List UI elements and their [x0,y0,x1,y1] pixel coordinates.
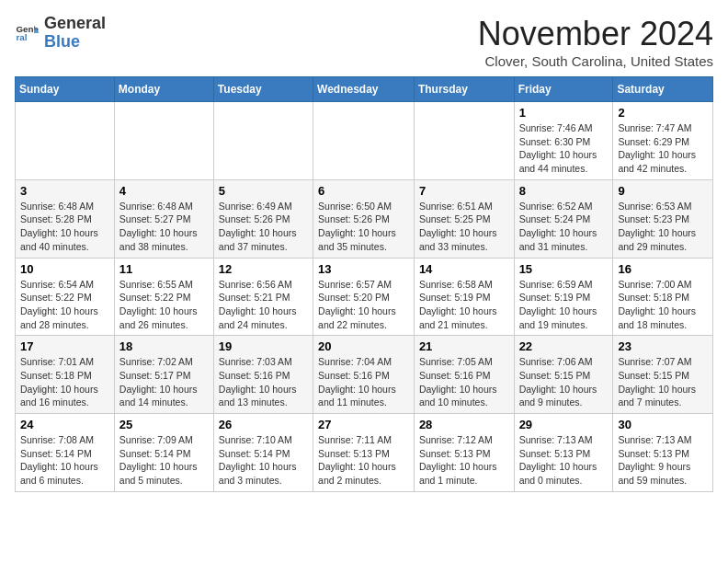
week-row-3: 17Sunrise: 7:01 AM Sunset: 5:18 PM Dayli… [16,336,713,414]
day-info: Sunrise: 6:59 AM Sunset: 5:19 PM Dayligh… [519,278,609,332]
day-cell: 27Sunrise: 7:11 AM Sunset: 5:13 PM Dayli… [313,414,415,492]
day-number: 15 [519,262,609,276]
day-cell: 30Sunrise: 7:13 AM Sunset: 5:13 PM Dayli… [613,414,713,492]
day-info: Sunrise: 6:49 AM Sunset: 5:26 PM Dayligh… [219,200,308,254]
day-number: 30 [618,418,708,431]
header-saturday: Saturday [613,77,713,102]
day-info: Sunrise: 7:08 AM Sunset: 5:14 PM Dayligh… [20,433,109,488]
week-row-1: 3Sunrise: 6:48 AM Sunset: 5:28 PM Daylig… [16,179,713,258]
day-cell: 2Sunrise: 7:47 AM Sunset: 6:29 PM Daylig… [613,102,713,180]
day-cell: 22Sunrise: 7:06 AM Sunset: 5:15 PM Dayli… [514,336,613,414]
day-number: 7 [419,184,509,198]
month-title: November 2024 [478,15,713,53]
day-number: 27 [318,418,409,431]
header-row: Sunday Monday Tuesday Wednesday Thursday… [16,77,713,102]
day-info: Sunrise: 7:01 AM Sunset: 5:18 PM Dayligh… [20,355,109,409]
day-info: Sunrise: 6:55 AM Sunset: 5:22 PM Dayligh… [119,278,209,332]
day-cell: 10Sunrise: 6:54 AM Sunset: 5:22 PM Dayli… [16,258,115,336]
day-cell: 7Sunrise: 6:51 AM Sunset: 5:25 PM Daylig… [414,179,514,258]
header-friday: Friday [514,77,613,102]
day-cell: 5Sunrise: 6:49 AM Sunset: 5:26 PM Daylig… [213,179,313,258]
day-cell: 21Sunrise: 7:05 AM Sunset: 5:16 PM Dayli… [414,336,514,414]
day-cell: 14Sunrise: 6:58 AM Sunset: 5:19 PM Dayli… [414,258,514,336]
day-number: 28 [419,418,509,431]
day-cell: 17Sunrise: 7:01 AM Sunset: 5:18 PM Dayli… [16,336,115,414]
day-info: Sunrise: 6:54 AM Sunset: 5:22 PM Dayligh… [20,278,109,332]
day-info: Sunrise: 7:13 AM Sunset: 5:13 PM Dayligh… [519,433,609,488]
day-info: Sunrise: 7:47 AM Sunset: 6:29 PM Dayligh… [618,121,708,176]
day-number: 19 [219,339,308,353]
day-cell: 8Sunrise: 6:52 AM Sunset: 5:24 PM Daylig… [514,179,613,258]
day-number: 26 [219,418,308,431]
day-number: 14 [419,262,509,276]
logo: Gene ral General Blue [15,15,106,52]
calendar-header: Sunday Monday Tuesday Wednesday Thursday… [16,77,713,102]
day-number: 29 [519,418,609,431]
day-number: 18 [119,339,209,353]
day-info: Sunrise: 7:00 AM Sunset: 5:18 PM Dayligh… [618,278,708,332]
day-cell [213,102,313,180]
day-number: 6 [318,184,409,198]
day-number: 13 [318,262,409,276]
header-thursday: Thursday [414,77,514,102]
day-cell: 28Sunrise: 7:12 AM Sunset: 5:13 PM Dayli… [414,414,514,492]
day-info: Sunrise: 7:09 AM Sunset: 5:14 PM Dayligh… [119,433,209,488]
logo-text: General Blue [44,15,106,52]
week-row-0: 1Sunrise: 7:46 AM Sunset: 6:30 PM Daylig… [16,102,713,180]
logo-icon: Gene ral [15,20,40,46]
calendar-table: Sunday Monday Tuesday Wednesday Thursday… [15,76,713,492]
day-number: 23 [618,339,708,353]
day-cell: 12Sunrise: 6:56 AM Sunset: 5:21 PM Dayli… [213,258,313,336]
day-number: 2 [618,106,708,120]
day-info: Sunrise: 6:51 AM Sunset: 5:25 PM Dayligh… [419,200,509,254]
day-cell: 24Sunrise: 7:08 AM Sunset: 5:14 PM Dayli… [16,414,115,492]
day-info: Sunrise: 6:48 AM Sunset: 5:28 PM Dayligh… [20,200,109,254]
svg-text:ral: ral [16,32,27,42]
day-info: Sunrise: 6:58 AM Sunset: 5:19 PM Dayligh… [419,278,509,332]
day-info: Sunrise: 7:04 AM Sunset: 5:16 PM Dayligh… [318,355,409,409]
day-info: Sunrise: 7:07 AM Sunset: 5:15 PM Dayligh… [618,355,708,409]
header-monday: Monday [114,77,213,102]
day-number: 21 [419,339,509,353]
day-number: 4 [119,184,209,198]
day-number: 10 [20,262,109,276]
day-cell: 18Sunrise: 7:02 AM Sunset: 5:17 PM Dayli… [114,336,213,414]
day-info: Sunrise: 6:52 AM Sunset: 5:24 PM Dayligh… [519,200,609,254]
day-info: Sunrise: 6:57 AM Sunset: 5:20 PM Dayligh… [318,278,409,332]
day-number: 12 [219,262,308,276]
day-cell: 29Sunrise: 7:13 AM Sunset: 5:13 PM Dayli… [514,414,613,492]
day-number: 5 [219,184,308,198]
header-wednesday: Wednesday [313,77,415,102]
header-sunday: Sunday [16,77,115,102]
day-number: 25 [119,418,209,431]
day-cell: 13Sunrise: 6:57 AM Sunset: 5:20 PM Dayli… [313,258,415,336]
day-info: Sunrise: 7:12 AM Sunset: 5:13 PM Dayligh… [419,433,509,488]
day-number: 11 [119,262,209,276]
day-cell [16,102,115,180]
day-cell: 20Sunrise: 7:04 AM Sunset: 5:16 PM Dayli… [313,336,415,414]
day-number: 16 [618,262,708,276]
day-info: Sunrise: 7:11 AM Sunset: 5:13 PM Dayligh… [318,433,409,488]
day-number: 17 [20,339,109,353]
day-number: 1 [519,106,609,120]
day-number: 3 [20,184,109,198]
day-info: Sunrise: 7:13 AM Sunset: 5:13 PM Dayligh… [618,433,708,488]
header-tuesday: Tuesday [213,77,313,102]
day-cell: 16Sunrise: 7:00 AM Sunset: 5:18 PM Dayli… [613,258,713,336]
day-info: Sunrise: 7:46 AM Sunset: 6:30 PM Dayligh… [519,121,609,176]
week-row-2: 10Sunrise: 6:54 AM Sunset: 5:22 PM Dayli… [16,258,713,336]
day-cell: 15Sunrise: 6:59 AM Sunset: 5:19 PM Dayli… [514,258,613,336]
day-cell [414,102,514,180]
day-cell: 1Sunrise: 7:46 AM Sunset: 6:30 PM Daylig… [514,102,613,180]
day-cell: 23Sunrise: 7:07 AM Sunset: 5:15 PM Dayli… [613,336,713,414]
day-cell [114,102,213,180]
day-cell: 3Sunrise: 6:48 AM Sunset: 5:28 PM Daylig… [16,179,115,258]
day-cell [313,102,415,180]
day-info: Sunrise: 7:05 AM Sunset: 5:16 PM Dayligh… [419,355,509,409]
day-cell: 26Sunrise: 7:10 AM Sunset: 5:14 PM Dayli… [213,414,313,492]
day-cell: 9Sunrise: 6:53 AM Sunset: 5:23 PM Daylig… [613,179,713,258]
title-block: November 2024 Clover, South Carolina, Un… [478,15,713,69]
day-info: Sunrise: 6:48 AM Sunset: 5:27 PM Dayligh… [119,200,209,254]
day-cell: 25Sunrise: 7:09 AM Sunset: 5:14 PM Dayli… [114,414,213,492]
day-number: 24 [20,418,109,431]
